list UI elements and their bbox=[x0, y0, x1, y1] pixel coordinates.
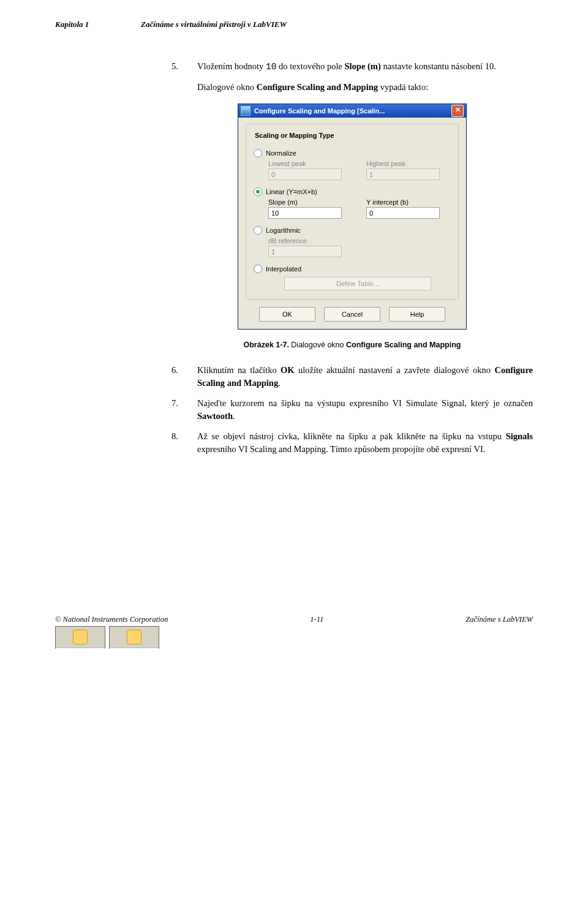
define-table-button: Define Table... bbox=[284, 277, 431, 290]
intro-line: Dialogové okno Configure Scaling and Map… bbox=[172, 81, 533, 94]
radio-icon bbox=[254, 187, 262, 196]
radio-icon bbox=[254, 149, 262, 157]
vi-label: Simulate Signal bbox=[56, 647, 105, 649]
caption-name: Configure Scaling and Mapping bbox=[346, 341, 461, 349]
step-6-num: 6. bbox=[172, 364, 197, 390]
radio-interp[interactable]: Interpolated bbox=[254, 265, 451, 273]
step-8: 8. Až se objeví nástroj cívka, klikněte … bbox=[172, 430, 533, 456]
text: Vložením hodnoty bbox=[197, 61, 266, 71]
dialog-figure: Configure Scaling and Mapping [Scalin...… bbox=[172, 104, 533, 330]
dialog-title: Configure Scaling and Mapping [Scalin... bbox=[254, 107, 385, 115]
help-button[interactable]: Help bbox=[389, 307, 445, 322]
text: nastavte konstantu násobení 10. bbox=[381, 61, 496, 71]
figure-caption: Obrázek 1-7. Dialogové okno Configure Sc… bbox=[172, 341, 533, 349]
radio-linear[interactable]: Linear (Y=mX+b) bbox=[254, 187, 451, 196]
bold-csm: Configure Scaling and Mapping bbox=[257, 82, 378, 92]
text: do textového pole bbox=[276, 61, 344, 71]
step-5: 5. Vložením hodnoty 10 do textového pole… bbox=[172, 60, 533, 74]
label-highest: Highest peak bbox=[366, 160, 440, 167]
step-6: 6. Kliknutím na tlačítko OK uložíte aktu… bbox=[172, 364, 533, 390]
header-title: Začínáme s virtuálními přístroji v LabVI… bbox=[141, 20, 533, 29]
vi-icon bbox=[127, 630, 141, 644]
code-10: 10 bbox=[266, 62, 276, 72]
label-dbref: dB reference bbox=[268, 237, 342, 244]
step-8-num: 8. bbox=[172, 430, 197, 456]
radio-label: Linear (Y=mX+b) bbox=[266, 188, 317, 195]
group-scaling-type: Scaling or Mapping Type Normalize Lowest… bbox=[246, 124, 459, 300]
text: vypadá takto: bbox=[378, 82, 428, 92]
text: Najeďte kurzorem na šipku na výstupu exp… bbox=[197, 398, 533, 408]
radio-icon bbox=[254, 226, 262, 235]
footer-page: 1-11 bbox=[310, 615, 323, 624]
cancel-button[interactable]: Cancel bbox=[324, 307, 380, 322]
radio-label: Interpolated bbox=[266, 265, 301, 273]
caption-num: Obrázek 1-7. bbox=[244, 341, 289, 349]
input-yint[interactable]: 0 bbox=[366, 207, 440, 219]
ok-button[interactable]: OK bbox=[259, 307, 315, 322]
radio-label: Logarithmic bbox=[266, 227, 301, 234]
bold-ok: OK bbox=[281, 365, 295, 375]
text: Kliknutím na tlačítko bbox=[197, 365, 281, 375]
text: uložíte aktuální nastavení a zavřete dia… bbox=[295, 365, 495, 375]
label-yint: Y intercept (b) bbox=[366, 198, 440, 206]
header-chapter: Kapitola 1 bbox=[55, 20, 141, 29]
text: . bbox=[278, 378, 281, 388]
close-icon[interactable]: ✕ bbox=[451, 105, 464, 117]
label-lowest: Lowest peak bbox=[268, 160, 342, 167]
vi-label: Scaling and Mapping bbox=[110, 647, 159, 649]
input-slope[interactable]: 10 bbox=[268, 207, 342, 219]
radio-icon bbox=[254, 265, 262, 273]
label-slope: Slope (m) bbox=[268, 198, 342, 206]
dialog-window: Configure Scaling and Mapping [Scalin...… bbox=[238, 104, 467, 330]
text: expresního VI Scaling and Mapping. Tímto… bbox=[197, 444, 485, 454]
wiring-figure: Simulate Signal Sawtooth error out Ampli… bbox=[55, 626, 159, 649]
caption-text: Dialogové okno bbox=[289, 341, 346, 349]
bold-sawtooth: Sawtooth bbox=[197, 411, 233, 421]
step-7-num: 7. bbox=[172, 397, 197, 423]
footer-right: Začínáme s LabVIEW bbox=[466, 615, 533, 624]
group-title: Scaling or Mapping Type bbox=[252, 132, 336, 139]
bold-signals: Signals bbox=[506, 431, 533, 441]
step-5-num: 5. bbox=[172, 60, 197, 74]
step-7: 7. Najeďte kurzorem na šipku na výstupu … bbox=[172, 397, 533, 423]
radio-normalize[interactable]: Normalize bbox=[254, 149, 451, 157]
vi-simulate-signal: Simulate Signal Sawtooth error out Ampli… bbox=[55, 626, 105, 649]
vi-scaling-mapping: Scaling and Mapping Signals Scaled Signa… bbox=[109, 626, 159, 649]
vi-icon bbox=[73, 630, 88, 644]
dialog-titlebar[interactable]: Configure Scaling and Mapping [Scalin...… bbox=[238, 104, 466, 118]
text: Až se objeví nástroj cívka, klikněte na … bbox=[197, 431, 506, 441]
app-icon bbox=[241, 106, 251, 116]
radio-log[interactable]: Logarithmic bbox=[254, 226, 451, 235]
radio-label: Normalize bbox=[266, 149, 296, 157]
footer-left: © National Instruments Corporation bbox=[55, 615, 168, 624]
text: Dialogové okno bbox=[197, 82, 257, 92]
input-lowest: 0 bbox=[268, 168, 342, 180]
input-dbref: 1 bbox=[268, 246, 342, 257]
text: . bbox=[233, 411, 235, 421]
bold-slope: Slope (m) bbox=[345, 61, 381, 71]
input-highest: 1 bbox=[366, 168, 440, 180]
